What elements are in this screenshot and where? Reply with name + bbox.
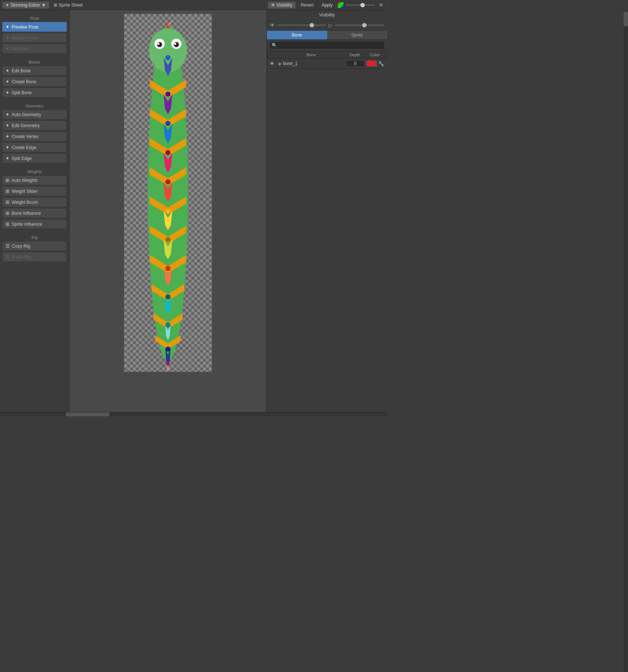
bones-section-label: Bones <box>2 60 67 64</box>
auto-geometry-button[interactable]: ✦ Auto Geometry <box>2 110 67 119</box>
sprite-sheet-button[interactable]: ⊞ Sprite Sheet <box>51 2 86 8</box>
sprite-influence-button[interactable]: ⊞ Sprite Influence <box>2 219 67 229</box>
bone-color-picker-icon[interactable]: 🔧 <box>378 61 384 66</box>
svg-point-25 <box>165 121 171 126</box>
table-row[interactable]: 👁 ▶ bone_1 🔧 <box>267 59 387 69</box>
top-bar: ✦ Skinning Editor ▼ ⊞ Sprite Sheet 👁 Vis… <box>0 0 387 10</box>
weight-brush-button[interactable]: ⊞ Weight Brush <box>2 197 67 207</box>
svg-point-27 <box>165 150 171 155</box>
preview-pose-icon: ✦ <box>5 24 9 30</box>
create-edge-icon: ✦ <box>5 145 9 150</box>
weights-section-label: Weights <box>2 169 67 174</box>
bone-influence-button[interactable]: ⊞ Bone Influence <box>2 208 67 218</box>
auto-weights-label: Auto Weights <box>12 178 38 183</box>
svg-point-35 <box>165 266 171 271</box>
bottom-scroll-bar[interactable] <box>0 412 387 416</box>
skinning-editor-button[interactable]: ✦ Skinning Editor ▼ <box>2 1 49 9</box>
bone-name-label: bone_1 <box>283 61 346 66</box>
opacity-slider[interactable] <box>346 4 375 6</box>
weight-brush-label: Weight Brush <box>12 200 38 205</box>
revert-button[interactable]: Revert <box>298 2 317 8</box>
bone-visibility-eye[interactable]: 👁 <box>270 61 279 66</box>
arrow-right-icon: ▷ <box>329 22 333 28</box>
skinning-editor-icon: ✦ <box>5 3 9 8</box>
split-bone-icon: ✦ <box>5 90 9 95</box>
edit-bone-button[interactable]: ✦ Edit Bone <box>2 66 67 76</box>
vis-thumb-right[interactable] <box>362 23 367 27</box>
color-picker-icon[interactable] <box>338 2 344 8</box>
svg-point-31 <box>165 209 171 214</box>
split-bone-button[interactable]: ✦ Split Bone <box>2 88 67 98</box>
svg-point-29 <box>165 179 171 184</box>
create-vertex-icon: ✦ <box>5 134 9 139</box>
apply-label: Apply <box>322 3 333 8</box>
vis-slider-left[interactable] <box>277 24 326 26</box>
edit-geometry-label: Edit Geometry <box>12 123 40 128</box>
paste-rig-icon: ☰ <box>5 254 10 260</box>
edit-geometry-button[interactable]: ✦ Edit Geometry <box>2 121 67 130</box>
search-row <box>267 40 387 51</box>
paste-rig-button[interactable]: ☰ Paste Rig <box>2 252 67 262</box>
pose-section-label: Pose <box>2 16 67 20</box>
visibility-title: Visibility <box>267 10 387 20</box>
edit-bone-icon: ✦ <box>5 68 9 73</box>
create-bone-button[interactable]: ✦ Create Bone <box>2 77 67 87</box>
bone-expand-icon[interactable]: ▶ <box>279 61 282 66</box>
preview-pose-button[interactable]: ✦ Preview Pose <box>2 22 67 32</box>
bone-tab[interactable]: Bone <box>267 31 327 39</box>
bone-sprite-tabs: Bone Sprite <box>267 31 387 40</box>
split-edge-label: Split Edge <box>12 156 32 161</box>
right-panel: Visibility 👁 ▷ Bone Sprite Bone Depth <box>267 10 387 412</box>
search-input[interactable] <box>269 41 385 49</box>
weight-slider-label: Weight Slider <box>12 189 38 194</box>
auto-geometry-label: Auto Geometry <box>12 112 41 117</box>
create-vertex-label: Create Vertex <box>12 134 38 139</box>
canvas-area <box>124 14 212 372</box>
restore-pose-button[interactable]: ✦ Restore Pose <box>2 33 67 43</box>
top-bar-left: ✦ Skinning Editor ▼ ⊞ Sprite Sheet <box>2 1 86 9</box>
close-button[interactable]: ✕ <box>377 1 385 8</box>
main-area: Pose ✦ Preview Pose ✦ Restore Pose ✦ Set… <box>0 10 387 412</box>
bone-depth-input[interactable] <box>346 60 364 67</box>
bottom-scroll-thumb[interactable] <box>66 412 110 416</box>
visibility-label: Visibility <box>277 3 292 8</box>
svg-point-39 <box>165 322 171 328</box>
sprite-sheet-icon: ⊞ <box>54 3 57 8</box>
edit-bone-label: Edit Bone <box>12 68 31 73</box>
set-pivot-label: Set Pivot <box>12 46 29 51</box>
vis-thumb-left[interactable] <box>310 23 314 27</box>
split-edge-button[interactable]: ✦ Split Edge <box>2 153 67 163</box>
svg-point-18 <box>157 43 160 45</box>
sprite-sheet-label: Sprite Sheet <box>59 3 83 8</box>
sprite-tab[interactable]: Sprite <box>327 31 387 39</box>
svg-line-12 <box>168 21 172 25</box>
bone-color-swatch[interactable] <box>367 61 377 66</box>
eye-icon: 👁 <box>271 3 275 8</box>
revert-label: Revert <box>301 3 314 8</box>
snake-illustration <box>124 14 212 372</box>
bone-influence-icon: ⊞ <box>5 210 9 216</box>
auto-weights-button[interactable]: ⊞ Auto Weights <box>2 175 67 185</box>
header-bone: Bone <box>279 53 344 57</box>
svg-point-41 <box>165 347 171 352</box>
set-pivot-icon: ✦ <box>5 46 9 51</box>
empty-bone-list <box>267 69 387 412</box>
create-vertex-button[interactable]: ✦ Create Vertex <box>2 131 67 141</box>
vis-slider-right[interactable] <box>335 24 384 26</box>
svg-point-33 <box>165 237 171 242</box>
set-pivot-button[interactable]: ✦ Set Pivot <box>2 44 67 54</box>
sprite-influence-icon: ⊞ <box>5 221 9 227</box>
edit-geometry-icon: ✦ <box>5 123 9 128</box>
center-canvas[interactable] <box>69 10 267 412</box>
top-bar-right: 👁 Visibility Revert Apply ✕ <box>268 1 385 9</box>
create-edge-button[interactable]: ✦ Create Edge <box>2 142 67 152</box>
header-depth: Depth <box>344 53 366 57</box>
weight-slider-button[interactable]: ⊞ Weight Slider <box>2 186 67 196</box>
apply-button[interactable]: Apply <box>319 2 336 8</box>
visibility-button[interactable]: 👁 Visibility <box>268 1 296 9</box>
rig-section-label: Rig <box>2 235 67 240</box>
restore-pose-icon: ✦ <box>5 35 9 41</box>
copy-rig-button[interactable]: ☰ Copy Rig <box>2 241 67 251</box>
vis-eye-icon: 👁 <box>270 22 275 28</box>
opacity-thumb[interactable] <box>360 3 365 7</box>
